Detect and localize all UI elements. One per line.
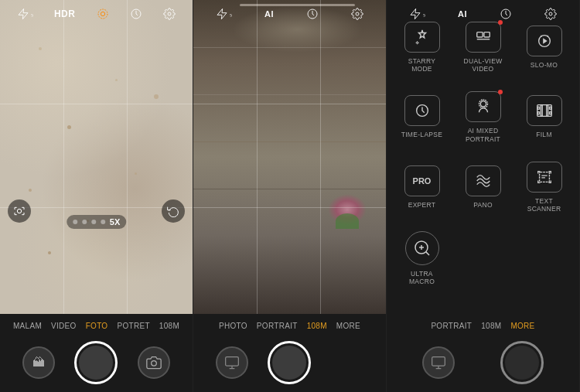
svg-rect-11 bbox=[476, 32, 482, 37]
mode-108m-3[interactable]: 108M bbox=[476, 320, 506, 332]
more-item-timelapse[interactable]: TIME-LAPSE bbox=[394, 85, 449, 148]
shutter-row-3 bbox=[387, 336, 579, 392]
camera-switch-1[interactable] bbox=[138, 346, 170, 379]
top-bar-3: ₅ AI bbox=[387, 0, 579, 28]
camera-panel-1: ₅ HDR 5X bbox=[0, 0, 193, 392]
flip-icon[interactable] bbox=[162, 199, 185, 223]
bottom-bar-2: PHOTO PORTRAIT 108M MORE bbox=[193, 314, 386, 392]
text-scanner-label: TEXTSCANNER bbox=[527, 197, 561, 213]
text-scanner-icon bbox=[527, 162, 562, 193]
shutter-row-2 bbox=[193, 336, 386, 392]
svg-rect-27 bbox=[432, 357, 445, 366]
more-item-ultra-macro[interactable]: ULTRAMACRO bbox=[394, 225, 449, 291]
timer-icon-2[interactable] bbox=[306, 8, 319, 20]
gallery-thumb-2[interactable] bbox=[216, 346, 248, 379]
timelapse-icon bbox=[404, 95, 440, 126]
svg-point-0 bbox=[101, 12, 104, 15]
svg-rect-20 bbox=[537, 112, 539, 114]
svg-rect-25 bbox=[539, 172, 549, 182]
shutter-button-1[interactable] bbox=[74, 341, 118, 384]
more-item-film[interactable]: FILM bbox=[517, 85, 571, 148]
mode-video-1[interactable]: VIDEO bbox=[46, 320, 81, 332]
gallery-thumb-3[interactable] bbox=[422, 346, 455, 379]
svg-rect-22 bbox=[549, 112, 551, 114]
expert-icon: PRO bbox=[404, 165, 440, 196]
zoom-value: 5X bbox=[110, 217, 120, 227]
shutter-button-3[interactable] bbox=[500, 341, 544, 384]
timer-icon-3[interactable] bbox=[500, 8, 512, 20]
ai-portrait-label: AI MIXEDPORTRAIT bbox=[466, 127, 500, 142]
hdr-label[interactable]: HDR bbox=[54, 9, 76, 19]
camera-panel-2: ₅ AI PHOTO PORTRAIT 108M MORE bbox=[193, 0, 387, 392]
top-bar-1: ₅ HDR bbox=[0, 0, 193, 28]
timelapse-label: TIME-LAPSE bbox=[401, 131, 443, 138]
svg-rect-23 bbox=[541, 105, 542, 117]
mode-more-2[interactable]: MORE bbox=[332, 320, 365, 332]
settings-icon-2[interactable] bbox=[351, 8, 363, 20]
svg-rect-19 bbox=[537, 107, 539, 110]
film-icon bbox=[527, 95, 562, 126]
ai-portrait-red-dot bbox=[498, 90, 503, 94]
expert-label: EXPERT bbox=[408, 201, 436, 209]
dual-view-label: DUAL-VIEWVIDEO bbox=[464, 57, 503, 73]
ai-badge-3[interactable]: AI bbox=[458, 9, 467, 19]
zoom-bar[interactable]: 5X bbox=[67, 215, 126, 229]
more-item-pano[interactable]: PANO bbox=[455, 155, 510, 219]
svg-marker-14 bbox=[543, 38, 548, 43]
mode-potret[interactable]: POTRET bbox=[112, 320, 154, 332]
shutter-button-2[interactable] bbox=[268, 341, 311, 384]
svg-point-16 bbox=[480, 101, 486, 107]
camera-panel-3: ₅ AI STARRYMODE bbox=[387, 0, 580, 392]
svg-rect-8 bbox=[225, 357, 238, 366]
more-grid: STARRYMODE DUAL-VIEWVIDEO bbox=[387, 0, 579, 300]
ultra-macro-label: ULTRAMACRO bbox=[409, 270, 435, 285]
ai-badge-2[interactable]: AI bbox=[264, 9, 274, 19]
mode-portrait-2[interactable]: PORTRAIT bbox=[252, 320, 302, 332]
top-bar-2: ₅ AI bbox=[193, 0, 386, 28]
slomo-label: SLO-MO bbox=[531, 61, 558, 69]
svg-rect-24 bbox=[546, 105, 548, 117]
more-item-text-scanner[interactable]: TEXTSCANNER bbox=[517, 155, 571, 219]
flower-patch bbox=[324, 190, 370, 229]
svg-point-4 bbox=[17, 209, 21, 213]
zoom-dot-3 bbox=[91, 220, 96, 224]
more-item-ai-portrait[interactable]: AI MIXEDPORTRAIT bbox=[455, 85, 510, 148]
mode-photo-2[interactable]: PHOTO bbox=[214, 320, 252, 332]
mode-108m-1[interactable]: 108M bbox=[155, 320, 184, 332]
mode-tabs-2: PHOTO PORTRAIT 108M MORE bbox=[193, 314, 386, 336]
svg-point-7 bbox=[356, 12, 359, 15]
more-menu-view: ₅ AI STARRYMODE bbox=[387, 0, 579, 314]
viewfinder-2: ₅ AI bbox=[193, 0, 386, 314]
mode-portrait-3[interactable]: PORTRAIT bbox=[426, 320, 476, 332]
ai-portrait-icon bbox=[466, 91, 501, 122]
pano-icon bbox=[466, 165, 501, 196]
timer-icon-1[interactable] bbox=[130, 8, 142, 20]
pano-label: PANO bbox=[473, 201, 493, 209]
svg-point-3 bbox=[168, 12, 171, 15]
zoom-dot-4 bbox=[101, 220, 105, 224]
more-item-expert[interactable]: PRO EXPERT bbox=[394, 155, 449, 219]
gallery-thumb-1[interactable]: 🏔 bbox=[22, 346, 55, 379]
zoom-dot-2 bbox=[82, 220, 87, 224]
mode-tabs-3: PORTRAIT 108M MORE bbox=[387, 314, 579, 336]
mode-more-3[interactable]: MORE bbox=[506, 320, 539, 332]
mode-108m-2[interactable]: 108M bbox=[302, 320, 332, 332]
focus-icon[interactable] bbox=[8, 199, 31, 223]
flash-icon-1[interactable]: ₅ bbox=[17, 8, 33, 20]
svg-rect-12 bbox=[483, 32, 489, 37]
pro-text: PRO bbox=[413, 176, 432, 186]
flash-icon-2[interactable]: ₅ bbox=[216, 8, 232, 20]
slomo-icon bbox=[527, 26, 562, 56]
svg-point-10 bbox=[549, 12, 552, 15]
mode-foto[interactable]: FOTO bbox=[81, 320, 113, 332]
shutter-row-1: 🏔 bbox=[0, 336, 193, 392]
camera-bg-1 bbox=[0, 0, 193, 314]
mode-malam[interactable]: MALAM bbox=[9, 320, 46, 332]
bottom-bar-3: PORTRAIT 108M MORE bbox=[387, 314, 579, 392]
live-icon[interactable] bbox=[97, 8, 109, 20]
settings-icon-3[interactable] bbox=[544, 8, 557, 20]
settings-icon-1[interactable] bbox=[163, 8, 176, 20]
svg-point-1 bbox=[98, 9, 107, 19]
flash-icon-3[interactable]: ₅ bbox=[409, 8, 425, 20]
spacer-2 bbox=[331, 346, 363, 379]
